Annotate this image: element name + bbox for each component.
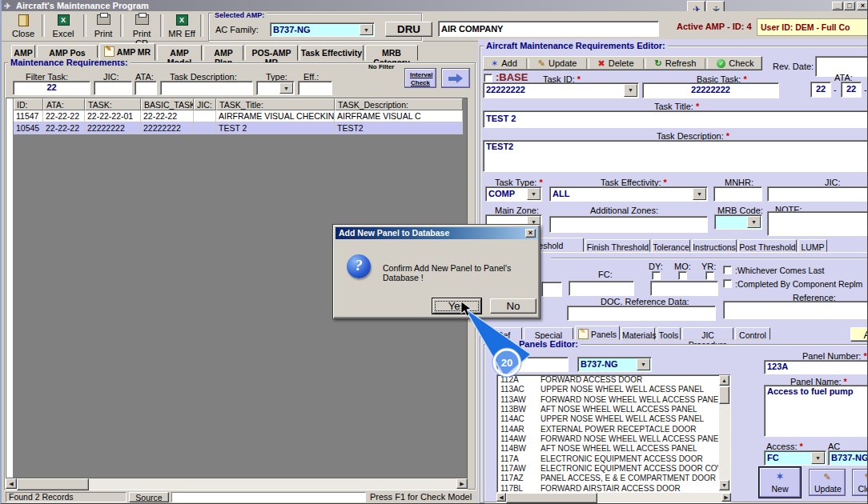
chevron-down-icon[interactable]: ▼ xyxy=(637,358,650,370)
filter-field-filter-task[interactable]: 22 xyxy=(13,81,90,95)
ata-field-2[interactable]: 22 xyxy=(841,82,862,98)
filter-field-task-description[interactable] xyxy=(160,81,253,95)
task-description-field[interactable]: TEST2 xyxy=(483,140,868,172)
column-header-basictask[interactable]: BASIC_TASK: xyxy=(141,98,194,110)
yes-button[interactable]: Yes xyxy=(432,298,481,314)
tab-pos-amp-mr[interactable]: POS-AMP MR xyxy=(245,45,298,61)
yr-checkbox[interactable] xyxy=(705,271,714,280)
task-type-combobox[interactable]: COMP ▼ xyxy=(485,186,542,202)
list-item-panel[interactable]: 114AREXTERNAL POWER RECEPTACLE DOOR xyxy=(497,425,718,434)
scroll-up-icon[interactable]: ▲ xyxy=(719,375,729,386)
task-effectivity-combobox[interactable]: ALL ▼ xyxy=(549,186,708,202)
chevron-down-icon[interactable]: ▼ xyxy=(693,188,706,200)
filter-field-eff[interactable] xyxy=(298,81,332,95)
panel-search-input[interactable] xyxy=(496,357,569,372)
column-header-taskdescription[interactable]: TASK_Description: xyxy=(335,98,463,110)
list-item-panel[interactable]: 117BLFORWARD AIRSTAIR ACCESS DOOR xyxy=(497,484,718,493)
jic-field[interactable] xyxy=(767,186,868,202)
table-row[interactable]: 1154722-22-2222-22-22-0122-22-22AIRFRAME… xyxy=(6,110,468,122)
panel-list[interactable]: 112AFORWARD ACCESS DOOR113ACUPPER NOSE W… xyxy=(496,374,731,493)
task-title-field[interactable]: TEST 2 xyxy=(483,110,868,128)
filter-field-type[interactable]: ▼ xyxy=(256,81,295,95)
tab-control[interactable]: Control xyxy=(735,327,770,340)
dialog-close-icon[interactable]: × xyxy=(525,229,536,238)
mnhr-field[interactable] xyxy=(713,186,762,202)
tab-jic-procedure[interactable]: JIC Procedure xyxy=(682,327,733,340)
access-combobox[interactable]: FC ▼ xyxy=(764,450,826,466)
scroll-left-icon[interactable]: ◀ xyxy=(6,478,17,489)
column-header-jic[interactable]: JIC: xyxy=(194,98,216,110)
panel-ac-family-field[interactable]: B737-NG xyxy=(828,450,868,466)
toolbar-button-close[interactable]: Close xyxy=(6,13,40,39)
scroll-right-icon[interactable]: ▶ xyxy=(456,478,468,489)
source-button[interactable]: Source xyxy=(129,492,169,502)
tab-instructions[interactable]: Instructions xyxy=(692,239,737,252)
ac-family-combobox[interactable]: B737-NG ▼ xyxy=(270,22,375,37)
column-header-task[interactable]: TASK: xyxy=(85,98,141,110)
tab-post-threshold[interactable]: Post Threshold xyxy=(738,239,797,252)
tab-panels[interactable]: ✎Panels xyxy=(575,326,620,340)
table-hscrollbar[interactable]: ◀ ▶ xyxy=(6,478,468,490)
editor-delete-button[interactable]: ✖Delete xyxy=(591,58,641,70)
tab-amp-plan[interactable]: AMP Plan xyxy=(203,45,243,61)
no-button[interactable]: No xyxy=(490,298,536,314)
scroll-right-icon[interactable]: ▶ xyxy=(721,493,731,502)
note-field[interactable] xyxy=(767,211,868,236)
list-item-panel[interactable]: 113BWAFT NOSE WHEEL WELL ACCESS PANEL xyxy=(497,405,718,414)
toolbar-button-mr-eff[interactable]: XMR Eff xyxy=(163,13,200,39)
panel-list-hscrollbar[interactable]: ◀ ▶ xyxy=(496,493,731,502)
table-row[interactable]: 1054522-22-222222222222222222TEST 2TEST2 xyxy=(6,122,468,134)
all-button[interactable]: All xyxy=(850,327,868,342)
tab-finish-threshold[interactable]: Finish Threshold xyxy=(585,239,650,252)
chevron-down-icon[interactable]: ▼ xyxy=(747,216,761,228)
column-header-id[interactable]: ID: xyxy=(14,98,43,110)
tab-tools[interactable]: Tools xyxy=(657,327,681,340)
tab-materials[interactable]: Materials xyxy=(621,327,655,340)
chevron-down-icon[interactable]: ▼ xyxy=(527,188,540,200)
list-item-panel[interactable]: 112AFORWARD ACCESS DOOR xyxy=(497,375,718,385)
scroll-left-icon[interactable]: ◀ xyxy=(496,493,506,502)
list-item-panel[interactable]: 117AELECTRONIC EQUIPMENT ACCESS DOOR xyxy=(497,454,718,464)
list-item-panel[interactable]: 117AWELECTRONIC EQUIPMENT ACCESS DOOR CO… xyxy=(497,464,718,474)
list-item-panel[interactable]: 114BWAFT NOSE WHEEL WELL ACCESS PANEL xyxy=(497,444,718,454)
mrb-code-combobox[interactable]: ▼ xyxy=(714,214,762,230)
chevron-down-icon[interactable]: ▼ xyxy=(279,82,293,94)
task-id-combobox[interactable]: 22222222 ▼ xyxy=(483,82,639,98)
toolbar-button-print-cr[interactable]: Print CR xyxy=(123,13,160,39)
ata-field-1[interactable]: 22 xyxy=(810,82,831,98)
dymoyr-field[interactable] xyxy=(650,281,718,296)
dy-checkbox[interactable] xyxy=(652,271,661,280)
list-item-panel[interactable]: 114ACUPPER NOSE WHEEL WELL ACESS PANEL xyxy=(497,414,718,424)
list-item-panel[interactable]: 114AWFORWARD NOSE WHEEL WELL ACCESS PANE… xyxy=(497,434,718,444)
panels-update-button[interactable]: ✎Update xyxy=(809,469,846,496)
doc-reference-field[interactable] xyxy=(567,306,716,321)
list-item-panel[interactable]: 113AWFORWARD NOSE WHEEL WELL ACCESS PANE… xyxy=(497,395,718,405)
tab-lump[interactable]: LUMP xyxy=(798,239,827,252)
tab-ref[interactable]: Ref xyxy=(485,327,522,340)
dialog-title-bar[interactable]: Add New Panel to Database xyxy=(336,227,538,239)
panels-clear-button[interactable]: ✎Clear xyxy=(852,469,868,496)
column-header-ata[interactable]: ATA: xyxy=(43,98,85,110)
base-checkbox[interactable] xyxy=(484,74,492,82)
chevron-down-icon[interactable]: ▼ xyxy=(360,24,373,35)
column-header-tasktitle[interactable]: TASK_Title: xyxy=(216,98,335,110)
panel-ac-combobox[interactable]: B737-NG ▼ xyxy=(577,357,652,372)
fc-field[interactable] xyxy=(569,281,634,296)
editor-check-button[interactable]: ✓Check xyxy=(709,58,761,70)
scroll-down-icon[interactable]: ▼ xyxy=(719,480,729,490)
editor-add-button[interactable]: ✶Add xyxy=(484,58,524,70)
editor-update-button[interactable]: ✎Update xyxy=(531,58,585,70)
tab-special-insp-[interactable]: Special Insp. xyxy=(524,327,573,340)
tab-amp-mr[interactable]: ✎AMP MR xyxy=(99,43,155,61)
tab-tolerance[interactable]: Tolerance xyxy=(652,239,690,252)
completed-checkbox[interactable] xyxy=(723,279,732,288)
panel-list-vscrollbar[interactable]: ▲▼ xyxy=(719,375,730,492)
restore-button[interactable]: □ xyxy=(844,2,855,10)
table-hscroll-thumb[interactable] xyxy=(17,478,89,490)
basic-task-field[interactable]: 22222222 xyxy=(642,82,779,98)
apply-filter-button[interactable] xyxy=(441,68,470,88)
filter-field-ata[interactable] xyxy=(135,81,157,95)
panel-number-field[interactable]: 123A xyxy=(764,360,868,374)
minimize-button[interactable]: _ xyxy=(832,2,843,10)
close-window-button[interactable]: × xyxy=(857,2,868,10)
